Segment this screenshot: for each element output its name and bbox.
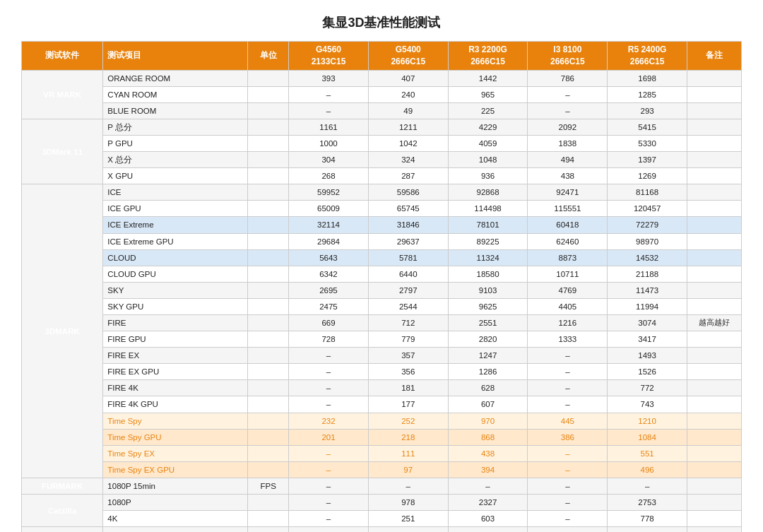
data-g5400: 65745 (368, 201, 448, 217)
data-i3: 445 (528, 413, 608, 429)
unit-cell (248, 102, 289, 119)
item-name: P GPU (103, 135, 248, 151)
note-cell (687, 282, 742, 298)
item-name: FIRE 4K (103, 380, 248, 396)
item-name: CYAN ROOM (103, 86, 248, 102)
data-g5400: 251 (368, 511, 448, 527)
note-cell (687, 461, 742, 478)
unit-cell (248, 119, 289, 135)
data-r5: 3074 (608, 315, 687, 331)
data-r5: – (608, 478, 687, 494)
unit-cell (248, 348, 289, 364)
unit-cell (248, 298, 289, 314)
item-name: X 总分 (103, 152, 248, 168)
data-g4560: – (289, 461, 369, 478)
data-g5400: 779 (368, 331, 448, 348)
data-i3: 1216 (528, 315, 608, 331)
data-r5: 98970 (608, 233, 687, 249)
unit-cell (248, 282, 289, 298)
data-r3: – (448, 478, 528, 494)
data-g5400: 49 (368, 102, 448, 119)
data-g4560: 201 (289, 429, 369, 445)
unit-cell (248, 168, 289, 184)
unit-cell (248, 135, 289, 151)
data-r5: 1084 (608, 429, 687, 445)
data-g4560: 29684 (289, 233, 369, 249)
unit-cell (248, 86, 289, 102)
data-i3: 494 (528, 152, 608, 168)
item-name: FIRE GPU (103, 331, 248, 348)
th-note: 备注 (687, 42, 742, 71)
data-g4560: – (289, 511, 369, 527)
page: 集显3D基准性能测试 测试软件 测试项目 单位 G45602133C15 G54… (0, 0, 763, 532)
data-i3: – (528, 348, 608, 364)
th-r5: R5 2400G2666C15 (608, 42, 687, 71)
item-name: FIRE (103, 315, 248, 331)
data-r3: 438 (448, 445, 528, 461)
data-r5: 496 (608, 461, 687, 478)
unit-cell (248, 511, 289, 527)
th-i3: I3 81002666C15 (528, 42, 608, 71)
data-i3: 115551 (528, 201, 608, 217)
note-cell (687, 201, 742, 217)
data-g4560: – (289, 396, 369, 413)
data-r5: 1493 (608, 348, 687, 364)
data-r3: 1442 (448, 70, 528, 86)
data-r3: 1247 (448, 348, 528, 364)
data-r5: 1698 (608, 70, 687, 86)
th-software: 测试软件 (22, 42, 103, 71)
note-cell (687, 511, 742, 527)
data-i3: 10711 (528, 266, 608, 282)
data-g4560: – (289, 495, 369, 511)
unit-cell (248, 527, 289, 532)
note-cell (687, 380, 742, 396)
data-i3: 786 (528, 70, 608, 86)
unit-cell (248, 364, 289, 380)
data-g4560: – (289, 527, 369, 532)
data-g4560: 1161 (289, 119, 369, 135)
data-g4560: – (289, 364, 369, 380)
data-r3: 394 (448, 461, 528, 478)
item-name: FIRE EX GPU (103, 364, 248, 380)
data-r5: 5330 (608, 135, 687, 151)
data-g4560: – (289, 86, 369, 102)
note-cell (687, 364, 742, 380)
th-g4560: G45602133C15 (289, 42, 369, 71)
data-g4560: – (289, 380, 369, 396)
data-g4560: 669 (289, 315, 369, 331)
data-r3: 2551 (448, 315, 528, 331)
unit-cell (248, 413, 289, 429)
item-name: ICE Extreme (103, 217, 248, 233)
data-g5400: 356 (368, 364, 448, 380)
data-i3: – (528, 461, 608, 478)
data-g4560: – (289, 445, 369, 461)
note-cell (687, 348, 742, 364)
data-r5: 743 (608, 396, 687, 413)
data-g4560: 232 (289, 413, 369, 429)
note-cell (687, 331, 742, 348)
data-g5400: 357 (368, 348, 448, 364)
data-g4560: 5643 (289, 249, 369, 266)
group-heaven-4.0: Heaven 4.0 (22, 527, 103, 532)
unit-cell (248, 233, 289, 249)
data-g5400: 324 (368, 152, 448, 168)
data-r5: 1526 (608, 364, 687, 380)
data-g4560: – (289, 478, 369, 494)
data-r3: 114498 (448, 201, 528, 217)
note-cell (687, 249, 742, 266)
data-g5400: 181 (368, 380, 448, 396)
data-r5: 293 (608, 102, 687, 119)
data-r5: 551 (608, 445, 687, 461)
data-g5400: – (368, 478, 448, 494)
data-r3: 2327 (448, 495, 528, 511)
item-name: Time Spy EX (103, 445, 248, 461)
data-g5400: 95 (368, 527, 448, 532)
data-i3: – (528, 511, 608, 527)
data-g4560: – (289, 348, 369, 364)
item-name: CLOUD (103, 249, 248, 266)
data-g4560: 2475 (289, 298, 369, 314)
data-i3: – (528, 445, 608, 461)
item-name: Time Spy GPU (103, 429, 248, 445)
item-name: ICE GPU (103, 201, 248, 217)
page-title: 集显3D基准性能测试 (21, 14, 742, 31)
